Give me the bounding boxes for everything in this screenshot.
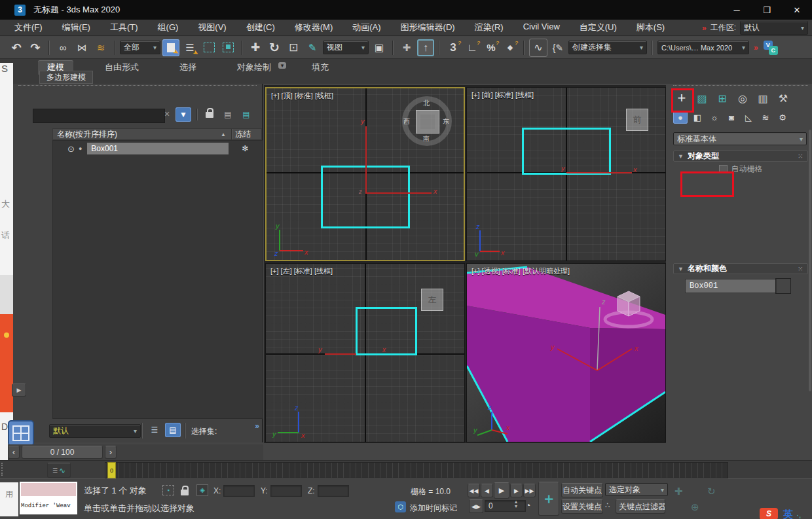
autogrid-checkbox[interactable]	[719, 165, 728, 173]
z-coordinate-field[interactable]	[318, 485, 349, 497]
zoom-view-icon[interactable]: ⊕	[691, 501, 699, 513]
menu-item-9[interactable]: 渲染(R)	[475, 22, 504, 33]
window-crossing-toggle[interactable]	[219, 39, 236, 56]
frame-spinner[interactable]: ▴▾	[515, 499, 517, 509]
box001-wireframe-left[interactable]	[356, 307, 417, 355]
viewport-left[interactable]: y x [+] [左] [标准] [线框] 左 z y x	[265, 263, 465, 442]
menu-item-7[interactable]: 动画(A)	[352, 22, 380, 33]
primitive-category-dropdown[interactable]: 标准基本体▾	[673, 132, 807, 145]
orbit-view-icon[interactable]: ↻	[707, 486, 716, 497]
pivot-surface-icon[interactable]: ✚	[398, 39, 415, 56]
workspace-dropdown[interactable]: 默认▾	[740, 21, 808, 35]
key-filter-target-dropdown[interactable]: 选定对象▾	[605, 483, 668, 496]
menu-item-11[interactable]: 自定义(U)	[580, 22, 617, 33]
tab-hierarchy[interactable]: ⊞	[714, 90, 731, 107]
hierarchy-icon[interactable]: ▤	[165, 423, 181, 437]
visibility-eye-icon[interactable]: ⊙	[67, 144, 75, 154]
hierarchy-mode-icon[interactable]: ▤	[238, 107, 254, 122]
named-selection-dropdown[interactable]: 创建选择集▾	[568, 41, 647, 54]
go-to-start-button[interactable]: ◀◀	[468, 484, 480, 497]
set-key-button[interactable]: 设置关键点	[561, 499, 603, 514]
select-and-move-icon[interactable]: ✚	[247, 39, 264, 56]
viewport-front[interactable]: y x [+] [前] [标准] [线框] 前 z x y	[466, 87, 666, 261]
time-slider-next-button[interactable]: ›	[105, 446, 117, 459]
ribbon-tab-2[interactable]: 选择	[170, 60, 206, 75]
ime-language-indicator[interactable]: 英	[783, 509, 793, 519]
menu-item-10[interactable]: Civil View	[523, 22, 560, 33]
footer-overflow-chevron[interactable]: »	[255, 421, 259, 431]
menu-item-8[interactable]: 图形编辑器(D)	[401, 22, 455, 33]
menu-item-1[interactable]: 编辑(E)	[62, 22, 90, 33]
civil-view-icon[interactable]: V C	[763, 40, 779, 56]
category-lights[interactable]: ☼	[707, 111, 722, 124]
x-coordinate-field[interactable]	[223, 485, 255, 497]
ribbon-tab-1[interactable]: 自由形式	[96, 60, 148, 75]
preset-dropdown[interactable]: 默认▾	[49, 424, 141, 438]
ime-logo[interactable]: S	[760, 508, 778, 519]
ribbon-more-icon[interactable]: ▾	[274, 59, 291, 72]
select-and-link-icon[interactable]: ∞	[54, 39, 71, 56]
pan-view-icon[interactable]: ✚	[674, 486, 683, 497]
viewcube-front[interactable]: 前	[626, 109, 648, 131]
menu-item-4[interactable]: 视图(V)	[198, 22, 226, 33]
category-geometry[interactable]: ●	[673, 111, 688, 124]
use-pivot-point-button[interactable]: ↑	[417, 39, 434, 56]
y-coordinate-field[interactable]	[270, 485, 302, 497]
spinner-snap-toggle[interactable]: ◆?	[502, 39, 519, 56]
viewport-front-label[interactable]: [+] [前] [标准] [线框]	[471, 90, 534, 100]
tab-modify[interactable]: ▨	[693, 90, 710, 107]
select-by-name-button[interactable]: ☰ ➤	[181, 39, 198, 56]
layers-icon[interactable]: ☰	[147, 423, 162, 437]
ribbon-tab-4[interactable]: 填充	[303, 60, 338, 75]
maximize-button[interactable]: ❒	[752, 0, 782, 20]
minimize-button[interactable]: ─	[722, 0, 752, 20]
isolate-selection-icon[interactable]: ▪	[162, 485, 174, 495]
ribbon-subtab-poly-modeling[interactable]: 多边形建模	[39, 71, 93, 84]
use-pivot-center-icon[interactable]: ▣	[371, 39, 388, 56]
rollout-name-color[interactable]: ▼名称和颜色 ⁙	[673, 263, 808, 274]
viewport-perspective-label[interactable]: [+] [透视] [标准] [默认明暗处理]	[471, 266, 570, 276]
search-clear-icon[interactable]: ×	[164, 109, 170, 119]
category-shapes[interactable]: ◧	[690, 111, 705, 124]
snap-toggle-3d[interactable]: 3?	[445, 39, 462, 56]
viewport-top-label[interactable]: [+] [顶] [标准] [线框]	[271, 91, 333, 101]
tab-motion[interactable]: ◎	[734, 90, 751, 107]
menu-item-3[interactable]: 组(G)	[158, 22, 179, 33]
listener-pink-pane[interactable]	[20, 482, 77, 497]
select-and-scale-icon[interactable]: ⊡	[285, 39, 302, 56]
angle-snap-toggle[interactable]: ∟?	[464, 39, 481, 56]
select-and-manipulate-icon[interactable]: ✎	[304, 39, 321, 56]
time-tag-cube-icon[interactable]: ⬡	[395, 501, 406, 512]
category-cameras[interactable]: ◙	[724, 111, 739, 124]
auto-key-button[interactable]: 自动关键点	[561, 483, 603, 497]
key-filters-button[interactable]: 关键点过滤器...	[616, 499, 665, 514]
viewcube-compass[interactable]: 北 东 南 西	[402, 96, 452, 146]
menu-item-2[interactable]: 工具(T)	[110, 22, 138, 33]
previous-frame-button[interactable]: ◀	[481, 484, 493, 497]
menu-item-12[interactable]: 脚本(S)	[637, 22, 665, 33]
rectangular-selection-region-button[interactable]	[200, 39, 217, 56]
rollout-object-type[interactable]: ▼对象类型 ⁙	[673, 151, 808, 162]
close-button[interactable]: ✕	[782, 0, 812, 20]
ribbon-tab-3[interactable]: 对象绘制	[228, 60, 280, 75]
percent-snap-toggle[interactable]: %?	[483, 39, 500, 56]
time-marker[interactable]: 0	[107, 462, 116, 478]
go-to-end-button[interactable]: ▶▶	[523, 484, 536, 497]
select-object-button[interactable]: ➤	[162, 39, 179, 56]
add-time-tag[interactable]: 添加时间标记	[410, 503, 457, 514]
timeline-ruler[interactable]	[105, 462, 728, 478]
filter-icon[interactable]: ▼	[175, 107, 191, 122]
explorer-expand-button[interactable]: ▶	[12, 384, 26, 397]
frozen-cell-icon[interactable]: ✻	[229, 144, 261, 153]
menu-item-0[interactable]: 文件(F)	[14, 22, 43, 33]
menu-item-6[interactable]: 修改器(M)	[295, 22, 333, 33]
list-item-box001[interactable]: ⊙ ● Box001 ✻	[53, 142, 261, 155]
object-color-swatch[interactable]	[775, 278, 791, 294]
menu-overflow-chevron[interactable]: »	[702, 24, 707, 33]
undo-icon[interactable]: ↶	[8, 39, 25, 56]
object-name-field[interactable]: Box001	[685, 279, 777, 293]
selection-filter-dropdown[interactable]: 全部▾	[120, 41, 160, 54]
box001-wireframe-front[interactable]	[522, 128, 611, 175]
panel-scrollbar[interactable]	[809, 130, 811, 391]
tab-create[interactable]: +	[673, 90, 690, 107]
